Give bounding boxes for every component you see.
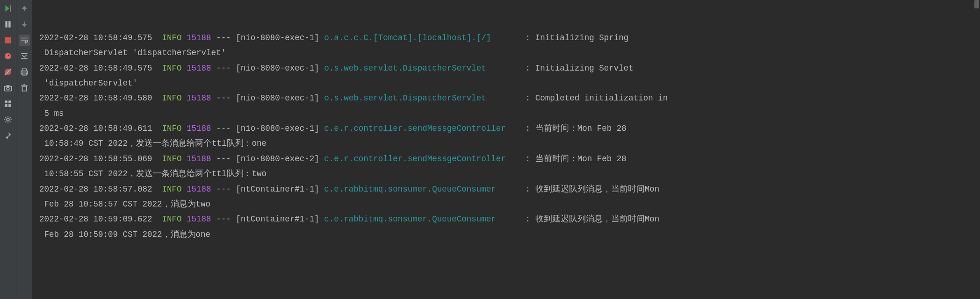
log-line-continuation: Feb 28 10:59:09 CST 2022，消息为one bbox=[39, 227, 975, 242]
log-line-continuation: 'dispatcherServlet' bbox=[39, 76, 975, 91]
print-icon bbox=[20, 68, 29, 76]
log-pid: 15188 bbox=[187, 33, 211, 43]
trash-button[interactable] bbox=[19, 82, 30, 93]
stop-icon bbox=[4, 36, 12, 44]
log-level: INFO bbox=[162, 93, 182, 103]
log-separator: : bbox=[520, 154, 535, 164]
pin-icon bbox=[4, 131, 12, 140]
svg-rect-3 bbox=[5, 37, 11, 43]
log-message: 收到延迟队列消息，当前时间Mon bbox=[535, 185, 660, 194]
pin-button[interactable] bbox=[2, 130, 14, 141]
log-thread: [ntContainer#1-1] bbox=[236, 214, 319, 224]
soft-wrap-button[interactable] bbox=[19, 35, 30, 46]
gear-icon bbox=[4, 115, 12, 124]
log-message-cont: 'dispatcherServlet' bbox=[44, 78, 138, 88]
scroll-end-button[interactable] bbox=[19, 50, 30, 62]
log-timestamp: 2022-02-28 10:58:49.611 bbox=[39, 124, 152, 133]
scrollbar-thumb[interactable] bbox=[974, 0, 979, 8]
log-pid: 15188 bbox=[187, 154, 211, 164]
log-class: c.e.rabbitmq.sonsumer.QueueConsumer bbox=[324, 214, 520, 224]
svg-rect-1 bbox=[5, 21, 7, 28]
scroll-end-icon bbox=[20, 52, 29, 60]
log-level: INFO bbox=[162, 185, 182, 194]
mute-breakpoints-button[interactable] bbox=[2, 66, 14, 78]
resume-button[interactable] bbox=[2, 3, 14, 14]
layout-button[interactable] bbox=[2, 98, 14, 109]
pause-icon bbox=[4, 20, 12, 28]
log-class: c.e.rabbitmq.sonsumer.QueueConsumer bbox=[324, 185, 520, 194]
log-pid: 15188 bbox=[187, 185, 211, 194]
log-dash: --- bbox=[216, 93, 231, 103]
stop-button[interactable] bbox=[2, 35, 14, 46]
svg-rect-9 bbox=[7, 85, 10, 86]
svg-rect-11 bbox=[8, 100, 11, 103]
log-level: INFO bbox=[162, 124, 182, 133]
gauge-icon bbox=[4, 52, 12, 60]
camera-button[interactable] bbox=[2, 82, 14, 93]
svg-rect-15 bbox=[24, 8, 25, 11]
console-log-pane[interactable]: 2022-02-28 10:58:49.575 INFO 15188 --- [… bbox=[33, 0, 980, 299]
log-class: o.s.web.servlet.DispatcherServlet bbox=[324, 64, 520, 73]
svg-rect-10 bbox=[5, 100, 7, 103]
log-timestamp: 2022-02-28 10:59:09.622 bbox=[39, 214, 152, 224]
log-class: o.a.c.c.C.[Tomcat].[localhost].[/] bbox=[324, 33, 520, 43]
log-line: 2022-02-28 10:58:49.575 INFO 15188 --- [… bbox=[39, 61, 975, 76]
svg-rect-0 bbox=[10, 5, 11, 12]
log-line-continuation: DispatcherServlet 'dispatcherServlet' bbox=[39, 45, 975, 60]
play-bar-icon bbox=[4, 4, 12, 13]
log-timestamp: 2022-02-28 10:58:49.575 bbox=[39, 64, 152, 73]
log-thread: [ntContainer#1-1] bbox=[236, 185, 319, 194]
pause-button[interactable] bbox=[2, 19, 14, 30]
print-button[interactable] bbox=[19, 66, 30, 78]
log-line-continuation: 10:58:49 CST 2022，发送一条消息给两个ttl队列：one bbox=[39, 136, 975, 151]
log-class: c.e.r.controller.sendMessgeController bbox=[324, 154, 520, 164]
layout-icon bbox=[4, 100, 12, 108]
log-separator: : bbox=[520, 93, 535, 103]
log-level: INFO bbox=[162, 214, 182, 224]
log-class: o.s.web.servlet.DispatcherServlet bbox=[324, 93, 520, 103]
trash-icon bbox=[20, 84, 29, 92]
svg-rect-16 bbox=[24, 21, 25, 24]
log-dash: --- bbox=[216, 33, 231, 43]
log-message: Initializing Spring bbox=[535, 33, 629, 43]
log-pid: 15188 bbox=[187, 64, 211, 73]
log-line: 2022-02-28 10:58:55.069 INFO 15188 --- [… bbox=[39, 151, 975, 166]
profiler-button[interactable] bbox=[2, 50, 14, 62]
svg-rect-20 bbox=[22, 86, 27, 91]
log-timestamp: 2022-02-28 10:58:57.082 bbox=[39, 185, 152, 194]
down-button[interactable] bbox=[19, 19, 30, 30]
log-separator: : bbox=[520, 124, 535, 133]
arrow-down-icon bbox=[20, 20, 29, 28]
log-dash: --- bbox=[216, 154, 231, 164]
log-timestamp: 2022-02-28 10:58:49.575 bbox=[39, 33, 152, 43]
log-dash: --- bbox=[216, 64, 231, 73]
log-line: 2022-02-28 10:58:49.611 INFO 15188 --- [… bbox=[39, 121, 975, 136]
log-dash: --- bbox=[216, 185, 231, 194]
log-pid: 15188 bbox=[187, 124, 211, 133]
arrow-up-icon bbox=[20, 4, 29, 13]
svg-rect-2 bbox=[8, 21, 11, 28]
log-message: 收到延迟队列消息，当前时间Mon bbox=[535, 214, 660, 224]
log-message: 当前时间：Mon Feb 28 bbox=[535, 154, 627, 164]
log-container: 2022-02-28 10:58:49.575 INFO 15188 --- [… bbox=[39, 30, 975, 242]
log-dash: --- bbox=[216, 214, 231, 224]
camera-icon bbox=[4, 84, 12, 92]
log-line-continuation: Feb 28 10:58:57 CST 2022，消息为two bbox=[39, 197, 975, 212]
log-line-continuation: 5 ms bbox=[39, 106, 975, 121]
svg-point-14 bbox=[7, 118, 9, 121]
log-separator: : bbox=[520, 185, 535, 194]
log-dash: --- bbox=[216, 124, 231, 133]
up-button[interactable] bbox=[19, 3, 30, 14]
log-level: INFO bbox=[162, 64, 182, 73]
log-thread: [nio-8080-exec-2] bbox=[236, 154, 319, 164]
settings-button[interactable] bbox=[2, 114, 14, 125]
vertical-scrollbar[interactable] bbox=[974, 0, 979, 299]
run-toolbar-right bbox=[16, 0, 33, 299]
log-message: 当前时间：Mon Feb 28 bbox=[535, 124, 627, 133]
log-timestamp: 2022-02-28 10:58:49.580 bbox=[39, 93, 152, 103]
log-class: c.e.r.controller.sendMessgeController bbox=[324, 124, 520, 133]
svg-rect-12 bbox=[5, 104, 7, 107]
log-line: 2022-02-28 10:58:57.082 INFO 15188 --- [… bbox=[39, 182, 975, 197]
log-message-cont: 10:58:49 CST 2022，发送一条消息给两个ttl队列：one bbox=[44, 139, 267, 148]
svg-rect-13 bbox=[8, 104, 11, 107]
